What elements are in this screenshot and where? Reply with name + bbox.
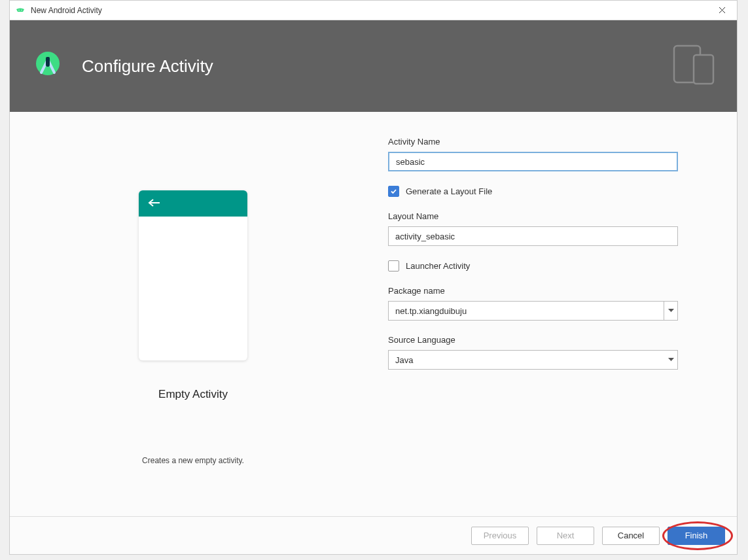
launcher-activity-checkbox[interactable] bbox=[388, 260, 399, 271]
android-icon bbox=[15, 5, 26, 16]
package-name-group: Package name net.tp.xiangduibuju bbox=[388, 286, 678, 321]
svg-point-0 bbox=[18, 9, 19, 10]
preview-title: Empty Activity bbox=[158, 388, 228, 401]
layout-name-input[interactable] bbox=[388, 226, 678, 246]
dialog-header: Configure Activity bbox=[10, 20, 737, 112]
devices-icon bbox=[671, 44, 717, 88]
svg-rect-6 bbox=[694, 55, 713, 84]
package-name-combo[interactable]: net.tp.xiangduibuju bbox=[388, 301, 678, 321]
layout-name-group: Layout Name bbox=[388, 211, 678, 246]
android-studio-icon bbox=[29, 48, 66, 84]
cancel-button[interactable]: Cancel bbox=[602, 527, 660, 545]
preview-appbar bbox=[139, 190, 247, 217]
source-language-group: Source Language Java bbox=[388, 335, 678, 370]
generate-layout-checkbox[interactable] bbox=[388, 186, 399, 197]
chevron-down-icon[interactable] bbox=[664, 350, 678, 370]
back-arrow-icon bbox=[148, 197, 161, 211]
dialog-footer: Previous Next Cancel Finish bbox=[10, 516, 737, 554]
launcher-activity-label: Launcher Activity bbox=[406, 261, 470, 271]
close-icon[interactable] bbox=[712, 1, 732, 20]
previous-button[interactable]: Previous bbox=[471, 527, 529, 545]
source-language-label: Source Language bbox=[388, 335, 678, 345]
dialog-content: Empty Activity Creates a new empty activ… bbox=[10, 112, 737, 516]
preview-description: Creates a new empty activity. bbox=[142, 456, 244, 465]
activity-name-group: Activity Name bbox=[388, 137, 678, 171]
titlebar: New Android Activity bbox=[10, 1, 737, 20]
source-language-value[interactable]: Java bbox=[388, 350, 678, 370]
package-name-input[interactable]: net.tp.xiangduibuju bbox=[388, 301, 678, 321]
launcher-activity-row[interactable]: Launcher Activity bbox=[388, 260, 678, 271]
preview-panel: Empty Activity Creates a new empty activ… bbox=[10, 131, 376, 497]
svg-point-4 bbox=[46, 63, 50, 67]
package-name-label: Package name bbox=[388, 286, 678, 296]
activity-name-input[interactable] bbox=[388, 152, 678, 171]
dialog-window: New Android Activity Configure Activity bbox=[9, 0, 738, 555]
page-title: Configure Activity bbox=[82, 56, 671, 77]
activity-name-label: Activity Name bbox=[388, 137, 678, 147]
chevron-down-icon[interactable] bbox=[664, 301, 678, 321]
window-title: New Android Activity bbox=[31, 6, 712, 15]
generate-layout-row[interactable]: Generate a Layout File bbox=[388, 186, 678, 197]
form-panel: Activity Name Generate a Layout File Lay… bbox=[376, 131, 737, 497]
generate-layout-label: Generate a Layout File bbox=[406, 186, 492, 196]
layout-name-label: Layout Name bbox=[388, 211, 678, 221]
activity-preview bbox=[139, 190, 247, 360]
svg-point-1 bbox=[21, 9, 22, 10]
finish-button[interactable]: Finish bbox=[668, 527, 725, 545]
next-button[interactable]: Next bbox=[537, 527, 594, 545]
source-language-select[interactable]: Java bbox=[388, 350, 678, 370]
